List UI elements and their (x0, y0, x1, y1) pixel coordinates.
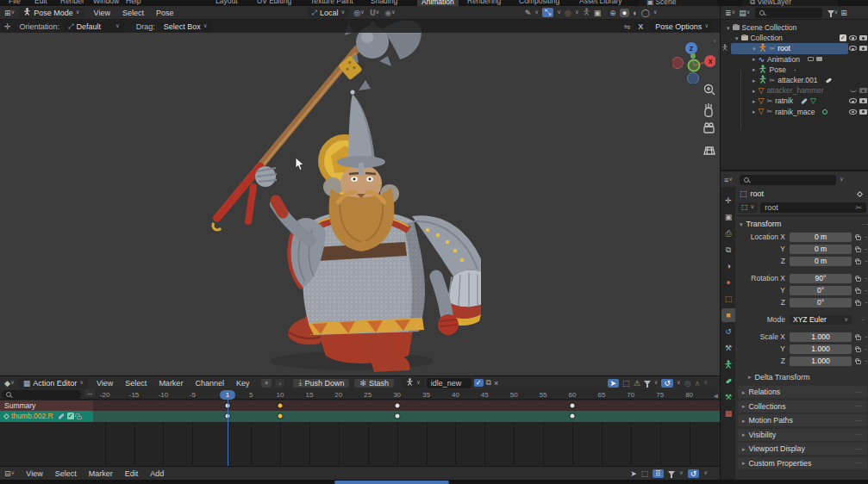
snap-dope-icon[interactable]: ◎ (684, 379, 691, 388)
properties-panel[interactable]: ≡∨ ∨ ✛▣⎙⧉◑●⬚■↺⚒⚒▦ ⬚ root ⬚∨ root✂ ▾ Tr (720, 170, 868, 480)
keyframe-30[interactable] (395, 414, 399, 419)
new-action-copy-icon[interactable]: ⧉ (486, 378, 491, 388)
editor-type-3dview-icon[interactable]: ⊞ (4, 9, 11, 17)
sidebar-collapse-arrow[interactable]: ‹ (714, 37, 716, 45)
orientation-setting-dropdown[interactable]: ⤢ Default∨ (64, 22, 124, 32)
properties-tab-collection[interactable]: ⬚ (721, 292, 735, 306)
channel-enable-checkbox[interactable]: ✓ (67, 413, 74, 419)
camera-icon[interactable] (859, 88, 867, 93)
expand-arrow-icon[interactable]: ▾ (727, 25, 730, 31)
editor-type-dopesheet-icon[interactable]: ◆ (4, 379, 10, 388)
outliner-display-mode-icon[interactable]: ▤ (739, 9, 746, 17)
lock-open-icon[interactable] (856, 277, 861, 282)
properties-tab-armature[interactable] (721, 357, 735, 371)
camera-icon[interactable] (859, 46, 867, 51)
lock-open-icon[interactable] (856, 301, 861, 306)
channel-wrench-icon[interactable] (58, 413, 65, 420)
xray-toggle-icon[interactable] (583, 8, 590, 17)
value-field[interactable]: 1.000 (790, 357, 852, 366)
shading-rendered-icon[interactable]: ◯ (641, 9, 650, 17)
panel-visibility[interactable]: ▸Visibility⋯ (738, 429, 867, 441)
frame-range-icon[interactable]: ↔ (84, 389, 95, 397)
outliner-row-ratnik-mace[interactable]: ▸▽✂ratnik_mace (721, 107, 868, 117)
workspace-tab-shading[interactable]: Shading (371, 0, 397, 5)
viewport-menu-select[interactable]: Select (116, 9, 150, 17)
transform-mirror-icon[interactable]: ⇋ (624, 22, 631, 31)
object-name-field[interactable]: root✂ (760, 202, 866, 213)
show-gizmo-icon[interactable]: ✎ (525, 9, 532, 17)
editor-type-caret-icon[interactable]: ∨ (11, 9, 16, 16)
shading-material-icon[interactable]: ◐ (633, 9, 637, 17)
outliner-search-input[interactable] (755, 8, 822, 18)
expand-arrow-icon[interactable]: ▸ (752, 88, 756, 94)
timeline-menu-edit[interactable]: Edit (119, 469, 145, 478)
pose-options-dropdown[interactable]: Pose Options∨ (651, 22, 713, 32)
pin-icon[interactable] (857, 190, 863, 196)
nla-tweak-icon[interactable]: ➤ (630, 469, 637, 478)
playhead[interactable] (228, 399, 229, 466)
lock-open-icon[interactable] (856, 360, 861, 364)
new-collection-icon[interactable]: ⊞ (840, 9, 847, 17)
eye-icon[interactable] (849, 98, 857, 103)
dope-menu-view[interactable]: View (91, 379, 119, 388)
keyframe-30[interactable] (395, 403, 399, 407)
outliner-row-scene-collection[interactable]: ▾Scene Collection (721, 22, 868, 33)
channel-name[interactable]: Summary (0, 400, 93, 412)
action-name-field[interactable]: idle_new (427, 378, 471, 388)
pin-icon[interactable] (3, 413, 9, 419)
workspace-tab-rendering[interactable]: Rendering (467, 0, 501, 5)
value-field[interactable]: 0° (790, 286, 852, 295)
properties-tab-object[interactable]: ■ (721, 308, 735, 322)
eye-closed-icon[interactable] (850, 89, 857, 92)
outliner-row-ratnik[interactable]: ▸▽✂ratnik▽ (721, 96, 868, 106)
value-field[interactable]: 90° (790, 274, 852, 283)
checkbox-icon[interactable]: ✓ (840, 34, 846, 41)
expand-arrow-icon[interactable]: ▾ (735, 35, 739, 41)
value-field[interactable]: 0 m (790, 257, 852, 266)
scene-selector[interactable]: ▣ Scene (640, 0, 717, 6)
panel-viewport-display[interactable]: ▸Viewport Display⋯ (738, 443, 867, 455)
dope-menu-select[interactable]: Select (119, 379, 153, 388)
panel-relations[interactable]: ▸Relations⋯ (738, 386, 867, 398)
mirror-x-toggle[interactable]: X (634, 22, 646, 32)
timeline-menu-view[interactable]: View (20, 469, 48, 478)
expand-arrow-icon[interactable]: ▸ (752, 98, 756, 104)
keyframe-10[interactable] (278, 414, 283, 419)
viewlayer-selector[interactable]: ⧉ ViewLayer (743, 0, 838, 6)
workspace-tab-asset-library[interactable]: Asset Library (579, 0, 622, 5)
snap-magnet-icon[interactable]: Ս (370, 9, 376, 17)
nla-snap-icon[interactable]: ⠿ (653, 469, 664, 478)
box-select-icon[interactable]: ⬚ (622, 379, 630, 388)
proportional-edit-icon[interactable]: ◉ (384, 9, 391, 17)
animate-dot-icon[interactable]: · (865, 257, 867, 265)
editor-type-outliner-icon[interactable]: ≣ (725, 9, 732, 17)
workspace-tab-texture-paint[interactable]: Texture Paint (310, 0, 353, 5)
outliner-panel[interactable]: ▾Scene Collection▾Collection✓▾✂root▸∿Ani… (720, 20, 868, 170)
channel-name[interactable]: thumb.002.R✓ (0, 411, 93, 422)
lock-open-icon[interactable] (856, 289, 861, 294)
unlink-action-icon[interactable]: × (494, 379, 498, 388)
lock-open-icon[interactable] (856, 248, 861, 252)
action-browse-dropdown[interactable]: ∨ (402, 378, 425, 388)
properties-tab-texture[interactable]: ▦ (721, 406, 735, 420)
outliner-row-animation[interactable]: ▸∿Animation (721, 54, 868, 65)
dopesheet-mode-dropdown[interactable]: ▦Action Editor∨ (19, 378, 88, 388)
eye-icon[interactable] (849, 46, 857, 51)
topbar-menu-window[interactable]: Window (93, 0, 119, 5)
keyframe-60[interactable] (571, 414, 575, 419)
eye-icon[interactable] (849, 35, 857, 40)
timeline-ruler[interactable]: -20-15-10-551015202530354045505560657075… (0, 389, 720, 400)
proportional-dope-icon[interactable]: ↺ (661, 379, 673, 388)
keyframe-10[interactable] (278, 403, 283, 407)
fake-user-toggle[interactable]: ✓ (474, 379, 484, 387)
object-type-dropdown[interactable]: ⬚∨ (738, 202, 758, 213)
interp-dope-icon[interactable]: ∧ (695, 379, 701, 388)
properties-options-caret[interactable]: ∨ (840, 177, 844, 183)
lock-open-icon[interactable] (856, 336, 861, 340)
animate-dot-icon[interactable]: · (865, 344, 867, 353)
channel-row-thumb-002-r[interactable]: thumb.002.R✓ (0, 411, 720, 422)
properties-search-input[interactable] (740, 175, 836, 185)
dopesheet-canvas[interactable]: -20-15-10-551015202530354045505560657075… (0, 389, 720, 466)
editor-type-timeline-icon[interactable]: ⊟ (4, 469, 11, 478)
properties-tab-scene[interactable]: ◑ (721, 259, 735, 273)
